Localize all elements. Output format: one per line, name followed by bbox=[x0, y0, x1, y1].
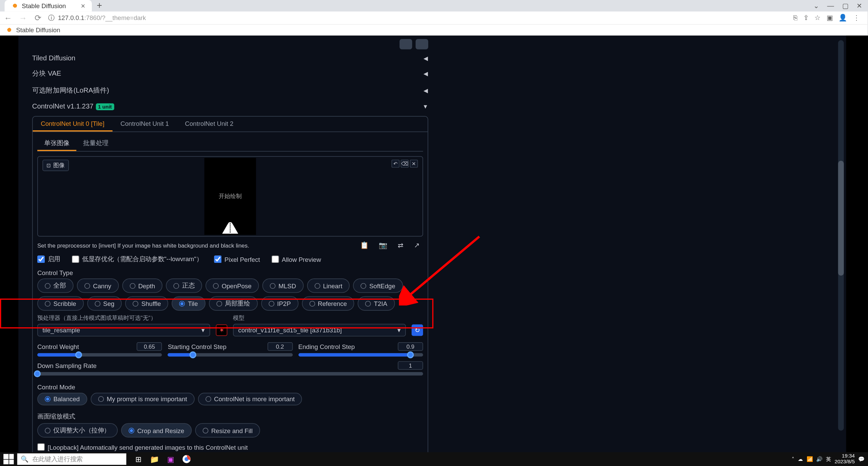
image-source-button[interactable]: ⊡图像 bbox=[42, 160, 69, 171]
acc-cn-label: ControlNet v1.1.237 bbox=[32, 102, 94, 110]
address-row: ← → ⟳ ⓘ 127.0.0.1:7860/?__theme=dark ⎘ ⇪… bbox=[0, 12, 868, 24]
translate-icon[interactable]: ⎘ bbox=[793, 14, 797, 22]
control-mode-option[interactable]: My prompt is more important bbox=[91, 393, 194, 405]
collapsed-button-2[interactable] bbox=[416, 39, 428, 49]
address-bar[interactable]: ⓘ 127.0.0.1:7860/?__theme=dark bbox=[48, 14, 788, 22]
scrollbar[interactable] bbox=[838, 40, 844, 431]
chk-pixel-perfect[interactable]: Pixel Perfect bbox=[214, 255, 260, 263]
end-step-slider[interactable] bbox=[298, 353, 423, 356]
task-view-icon[interactable]: ⊞ bbox=[132, 453, 144, 465]
resize-mode-option[interactable]: Resize and Fill bbox=[195, 423, 260, 438]
chrome-icon[interactable] bbox=[180, 453, 193, 465]
new-tab-button[interactable]: + bbox=[97, 1, 102, 11]
control-mode-option[interactable]: ControlNet is more important bbox=[198, 393, 302, 405]
close-canvas-icon[interactable]: ✕ bbox=[410, 160, 418, 168]
back-icon[interactable]: ← bbox=[3, 13, 13, 22]
subtab-single[interactable]: 单张图像 bbox=[37, 137, 76, 151]
star-icon[interactable]: ☆ bbox=[814, 14, 821, 22]
chevron-down-icon[interactable]: ⌄ bbox=[813, 2, 819, 10]
control-type-openpose[interactable]: OpenPose bbox=[205, 278, 259, 293]
close-window-icon[interactable]: ✕ bbox=[856, 2, 862, 10]
model-dropdown[interactable]: control_v11f1e_sd15_tile [a371b31b]▾ bbox=[233, 324, 406, 336]
control-type-scribble[interactable]: Scribble bbox=[37, 296, 84, 311]
sidepanel-icon[interactable]: ▣ bbox=[827, 14, 833, 22]
start-step-slider[interactable] bbox=[168, 353, 293, 356]
image-canvas-box[interactable]: ⊡图像 ↶ ⌫ ✕ 开始绘制 bbox=[37, 156, 423, 236]
maximize-icon[interactable]: ▢ bbox=[842, 2, 849, 10]
control-type-全部[interactable]: 全部 bbox=[37, 278, 74, 293]
browser-chrome: Stable Diffusion × + ⌄ — ▢ ✕ ← → ⟳ ⓘ 127… bbox=[0, 0, 868, 36]
down-sampling-slider[interactable] bbox=[37, 372, 423, 375]
ime-indicator[interactable]: 英 bbox=[826, 455, 831, 463]
chk-allow-preview[interactable]: Allow Preview bbox=[272, 255, 321, 263]
chk-lowvram[interactable]: 低显存优化（需配合启动参数"--lowvram"） bbox=[72, 255, 203, 264]
browser-tab-active[interactable]: Stable Diffusion × bbox=[5, 0, 92, 12]
tab-cn-unit-2[interactable]: ControlNet Unit 2 bbox=[177, 117, 241, 132]
erase-icon[interactable]: ⌫ bbox=[401, 160, 409, 168]
run-preprocessor-button[interactable]: ✶ bbox=[216, 325, 228, 336]
preprocessor-dropdown[interactable]: tile_resample▾ bbox=[37, 324, 210, 336]
control-type-mlsd[interactable]: MLSD bbox=[262, 278, 303, 293]
chk-loopback[interactable]: [Loopback] Automatically send generated … bbox=[37, 443, 248, 451]
url-host: 127.0.0.1 bbox=[58, 14, 84, 21]
accordion-tiled-vae[interactable]: 分块 VAE◀ bbox=[32, 65, 428, 82]
refresh-model-button[interactable]: ↻ bbox=[412, 325, 423, 336]
control-type-局部重绘[interactable]: 局部重绘 bbox=[209, 296, 258, 311]
control-weight-value[interactable]: 0.65 bbox=[137, 342, 162, 351]
control-type-t2ia[interactable]: T2IA bbox=[358, 296, 395, 311]
accordion-controlnet[interactable]: ControlNet v1.1.2371 unit ▼ bbox=[32, 99, 428, 114]
swap-icon[interactable]: ⇄ bbox=[398, 241, 403, 249]
bookmark-item[interactable]: Stable Diffusion bbox=[16, 26, 60, 33]
control-type-tile[interactable]: Tile bbox=[172, 296, 205, 311]
notifications-icon[interactable]: 💬 bbox=[858, 456, 865, 462]
forward-icon[interactable]: → bbox=[18, 13, 27, 22]
accordion-lora[interactable]: 可选附加网络(LoRA插件)◀ bbox=[32, 82, 428, 99]
tray-up-icon[interactable]: ˄ bbox=[792, 456, 794, 462]
profile-icon[interactable]: 👤 bbox=[839, 14, 847, 22]
control-type-softedge[interactable]: SoftEdge bbox=[353, 278, 403, 293]
control-type-shuffle[interactable]: Shuffle bbox=[125, 296, 169, 311]
down-sampling-value[interactable]: 1 bbox=[398, 361, 423, 370]
control-type-reference[interactable]: Reference bbox=[302, 296, 354, 311]
app-icon-1[interactable]: ▣ bbox=[164, 453, 177, 465]
reload-icon[interactable]: ⟳ bbox=[33, 13, 42, 22]
undo-icon[interactable]: ↶ bbox=[392, 160, 400, 168]
share-icon[interactable]: ⇪ bbox=[803, 14, 809, 22]
control-type-ip2p[interactable]: IP2P bbox=[261, 296, 298, 311]
control-type-canny[interactable]: Canny bbox=[77, 278, 119, 293]
tab-cn-unit-1[interactable]: ControlNet Unit 1 bbox=[113, 117, 177, 132]
scrollbar-thumb[interactable] bbox=[838, 161, 844, 276]
bookmark-bar: Stable Diffusion bbox=[0, 24, 868, 35]
subtab-batch[interactable]: 批量处理 bbox=[76, 137, 115, 151]
collapsed-button-1[interactable] bbox=[399, 39, 412, 49]
copy-icon[interactable]: 📋 bbox=[360, 241, 369, 249]
tab-cn-unit-0[interactable]: ControlNet Unit 0 [Tile] bbox=[33, 117, 113, 132]
send-icon[interactable]: ↗ bbox=[414, 241, 420, 249]
resize-mode-option[interactable]: Crop and Resize bbox=[121, 423, 192, 438]
control-weight-slider[interactable] bbox=[37, 353, 162, 356]
cloud-icon[interactable]: ☁ bbox=[798, 456, 803, 462]
end-step-value[interactable]: 0.9 bbox=[398, 342, 423, 351]
radio-dot-icon bbox=[130, 283, 135, 289]
minimize-icon[interactable]: — bbox=[827, 2, 834, 10]
resize-mode-option[interactable]: 仅调整大小（拉伸） bbox=[37, 423, 118, 438]
accordion-tiled-diffusion[interactable]: Tiled Diffusion◀ bbox=[32, 51, 428, 65]
start-button[interactable] bbox=[3, 454, 14, 464]
menu-icon[interactable]: ⋮ bbox=[853, 14, 860, 22]
wifi-icon[interactable]: 📶 bbox=[807, 456, 813, 462]
close-icon[interactable]: × bbox=[81, 1, 85, 10]
control-type-depth[interactable]: Depth bbox=[122, 278, 162, 293]
control-mode-option[interactable]: Balanced bbox=[37, 393, 87, 405]
explorer-icon[interactable]: 📁 bbox=[148, 453, 161, 465]
start-step-value[interactable]: 0.2 bbox=[267, 342, 292, 351]
clock-date: 2023/8/5 bbox=[835, 459, 855, 465]
control-type-正态[interactable]: 正态 bbox=[166, 278, 202, 293]
control-type-lineart[interactable]: Lineart bbox=[307, 278, 350, 293]
control-type-seg[interactable]: Seg bbox=[87, 296, 122, 311]
clock[interactable]: 19:34 2023/8/5 bbox=[835, 453, 855, 465]
drawing-canvas[interactable]: 开始绘制 bbox=[204, 158, 256, 235]
camera-icon[interactable]: 📷 bbox=[379, 241, 387, 249]
taskbar-search[interactable]: 🔍 在此键入进行搜索 bbox=[17, 453, 126, 465]
chk-enable[interactable]: 启用 bbox=[37, 255, 60, 264]
volume-icon[interactable]: 🔊 bbox=[816, 456, 823, 462]
